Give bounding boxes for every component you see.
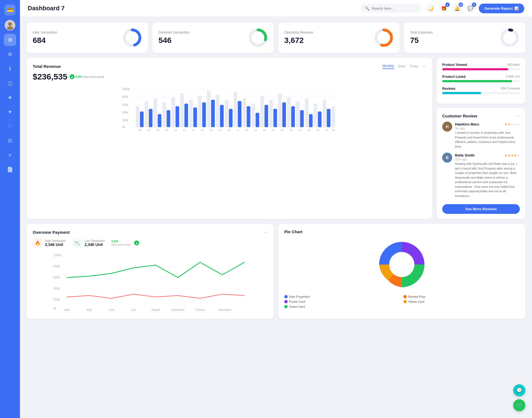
tab-today[interactable]: Today [409,64,418,69]
reviews-label: Reviews [442,87,456,91]
sidebar-item-heart[interactable]: ♥ [4,106,16,118]
generate-report-button[interactable]: Generate Report 📊 [479,4,524,13]
bell-badge: 12 [459,2,463,7]
pie-panel-header: Pie Chart [284,229,519,234]
stat-card-expenses-text: Total Expenses 75 [410,30,433,45]
svg-rect-74 [291,106,295,127]
stat-label-inter: Inter. transaction [33,30,57,34]
svg-rect-77 [300,110,304,127]
svg-text:17: 17 [236,129,239,132]
svg-text:18: 18 [245,129,248,132]
stat-value-revenue: 3,672 [284,36,313,45]
message-icon-btn[interactable]: 💬 5 [466,3,475,13]
low-change-text: 0.8% than last week [111,240,131,246]
change-pct: 0.8% [75,75,82,78]
bell-icon-btn[interactable]: 🔔 12 [452,3,462,13]
review-more-btn[interactable]: ··· [516,113,520,119]
sidebar-avatar[interactable] [5,20,15,30]
see-more-reviews-button[interactable]: See More Reviews [442,204,520,214]
svg-text:08: 08 [156,129,159,132]
svg-rect-55 [234,92,237,127]
svg-rect-50 [220,105,224,127]
sidebar-item-analytics[interactable]: ◫ [4,77,16,89]
svg-text:28: 28 [332,129,335,132]
review-content-1: Hawkins Maru ★★★★★ 5m ago I viewed a num… [455,122,520,149]
sidebar-item-list[interactable]: ≡ [4,149,16,161]
svg-rect-88 [331,106,335,127]
sidebar-item-star[interactable]: ★ [4,91,16,104]
high-transaction-text: High Transaction 2,346 Unit [45,239,66,247]
svg-text:200k: 200k [53,298,60,301]
donut-expenses [500,28,519,47]
svg-point-109 [389,252,415,277]
up-arrow-icon: ▲ [70,74,75,79]
legend-green: Green Card [284,305,400,308]
sidebar-item-settings[interactable]: ⚙ [4,48,16,60]
payment-legend: 🔥 High Transaction 2,346 Unit 📉 Low Tran… [33,238,268,248]
cart-float-btn[interactable]: 🛒 [513,399,525,411]
overview-more-btn[interactable]: ··· [264,229,268,235]
stat-cards-row: Inter. transaction 684 Domestic transact… [27,22,525,53]
low-transaction-val: 2,346 Unit [85,242,105,247]
svg-rect-38 [185,104,188,127]
sidebar-logo[interactable]: 💳 [4,4,16,16]
svg-text:July: July [131,308,136,311]
svg-rect-37 [180,93,184,127]
legend-rented-label: Rented Prop [408,295,425,298]
svg-rect-76 [296,101,300,127]
svg-rect-79 [305,98,308,127]
svg-rect-44 [202,102,206,127]
header: Dashboard 7 🔍 🌙 🎁 2 🔔 12 💬 5 Generate Re… [20,0,532,17]
revenue-title: Total Revenue [33,64,61,69]
stat-card-inter-text: Inter. transaction 684 [33,30,57,45]
svg-rect-25 [145,101,148,127]
svg-text:600k: 600k [122,103,129,106]
low-up-arrow: ▲ [134,240,139,245]
stat-row-viewed: Product Viewed 561/days [442,63,520,70]
svg-text:May: May [87,308,92,311]
svg-rect-85 [323,100,326,127]
revenue-more-btn[interactable]: ··· [422,63,426,69]
pie-chart-panel: Pie Chart [278,224,525,319]
sidebar-item-print[interactable]: ⊟ [4,135,16,147]
svg-text:1000k: 1000k [122,88,130,91]
sidebar-item-info[interactable]: ℹ [4,63,16,75]
reviewer-time-1: 5m ago [455,127,520,130]
legend-rented-dot [403,295,407,298]
svg-rect-65 [265,105,268,127]
svg-rect-59 [247,106,250,127]
svg-rect-71 [282,102,286,127]
page-title: Dashboard 7 [28,5,356,12]
svg-rect-43 [198,96,202,127]
reviews-bar [442,92,520,94]
sidebar-item-heart2[interactable]: ♡ [4,120,16,132]
theme-toggle-btn[interactable]: 🌙 [426,3,436,13]
gift-icon-btn[interactable]: 🎁 2 [439,3,449,13]
chat-float-btn[interactable]: 💬 [513,384,525,396]
svg-text:14: 14 [210,129,213,132]
tab-daily[interactable]: Daily [398,64,405,69]
donut-inter [122,28,142,47]
svg-rect-46 [207,91,211,127]
sidebar-item-doc[interactable]: 📄 [4,163,16,176]
svg-rect-56 [238,101,241,127]
tab-monthly[interactable]: Monthly [382,64,394,69]
low-transaction-label: Low Transaction [85,239,105,242]
search-input[interactable] [372,6,417,11]
reviews-val: 456 Comment [501,87,520,91]
product-listed-fill [442,80,512,82]
high-transaction-val: 2,346 Unit [45,242,66,247]
svg-rect-47 [211,100,215,127]
stat-value-expenses: 75 [410,36,433,45]
svg-rect-40 [189,100,193,127]
svg-text:August: August [151,308,160,311]
svg-rect-34 [171,97,175,127]
pie-legend: Sale Properties Rented Prop Purple Card … [284,295,519,308]
svg-text:13: 13 [201,129,204,132]
svg-text:400k: 400k [122,111,129,114]
svg-rect-52 [225,100,228,127]
review-item-1: H Hawkins Maru ★★★★★ 5m ago I viewed a n… [442,122,520,149]
sidebar-item-dashboard[interactable]: ⊞ [4,34,16,46]
donut-revenue [374,28,393,47]
svg-rect-86 [327,109,330,127]
